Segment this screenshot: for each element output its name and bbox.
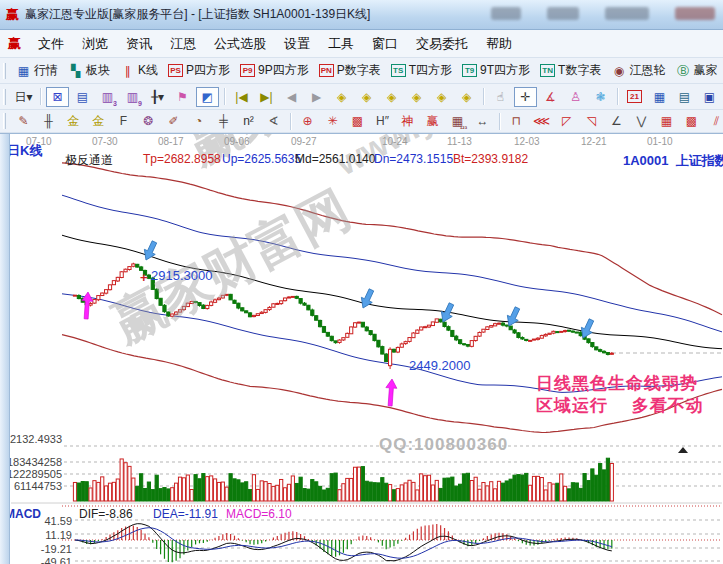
diamond-up-button[interactable]: ◈ (380, 87, 403, 107)
report-pad-button[interactable]: ▤ (673, 87, 696, 107)
p-number-table-button[interactable]: PNP数字表 (315, 61, 385, 81)
t-number-table-button[interactable]: TNT数字表 (536, 61, 605, 81)
zigzag-wave-button[interactable]: ⋁ (630, 111, 653, 131)
diamond-expand-button[interactable]: ◈ (430, 87, 453, 107)
circle-target-button[interactable]: ⊕ (296, 111, 319, 131)
menu-item-窗口[interactable]: 窗口 (363, 30, 407, 57)
9t-square-button[interactable]: T99T四方形 (458, 61, 534, 81)
step-back-button[interactable]: ◀ (280, 87, 303, 107)
span-arrows-button[interactable]: ↔ (471, 111, 494, 131)
menu-logo-icon: 赢 (8, 35, 21, 53)
ying-gann-button[interactable]: 赢 (421, 111, 444, 131)
ray-burst-button[interactable]: ✳ (321, 111, 344, 131)
yingjia-big-label: 赢家 (693, 62, 717, 79)
menu-item-资讯[interactable]: 资讯 (117, 30, 161, 57)
date-axis-label: 07-10 (26, 136, 52, 147)
golden-grid-button[interactable]: 金 (62, 111, 85, 131)
red-grid-button[interactable]: ▦ (655, 111, 678, 131)
h-ruler-button[interactable]: H″ (371, 111, 394, 131)
hand-tool-button[interactable]: ☝ (489, 87, 512, 107)
mirror-angle-button[interactable]: ∢ (262, 111, 285, 131)
kline-icon: ∥ (120, 63, 135, 78)
menu-item-公式选股[interactable]: 公式选股 (205, 30, 275, 57)
date-axis-label: 07-30 (92, 136, 118, 147)
titlebar-item-blurred[interactable] (605, 7, 649, 20)
menu-item-工具[interactable]: 工具 (319, 30, 363, 57)
kline-button[interactable]: ∥K线 (116, 61, 162, 81)
parallel-slash-button[interactable]: ⫽ (705, 111, 723, 131)
9p-square-button[interactable]: P99P四方形 (236, 61, 313, 81)
spider-web-button[interactable]: ▩ (346, 111, 369, 131)
quotes-button[interactable]: ▦行情 (12, 61, 62, 81)
calendar-button[interactable]: 21 (623, 87, 646, 107)
menu-item-文件[interactable]: 文件 (29, 30, 73, 57)
channel-box-button[interactable]: ⊠ (46, 87, 69, 107)
yingjia-big-button[interactable]: Ⓑ赢家 (671, 61, 721, 81)
macd-layer (75, 524, 612, 563)
crosshair-tool-button[interactable]: ✛ (514, 87, 537, 107)
mind-map-button[interactable]: ❃ (589, 87, 612, 107)
color-analysis-button[interactable]: ◩ (196, 87, 219, 107)
menu-item-交易委托[interactable]: 交易委托 (407, 30, 477, 57)
angle-rays-button[interactable]: ∠ (605, 111, 628, 131)
save-button[interactable]: ▣ (698, 87, 721, 107)
diamond-up-icon: ◈ (384, 89, 399, 104)
number-grid-icon: ▦¹²³ (450, 114, 465, 129)
titlebar-item-blurred[interactable] (547, 7, 579, 20)
period-day-selector-button[interactable]: 日▾ (12, 87, 35, 107)
jump-last-button[interactable]: ▶| (255, 87, 278, 107)
gann-spiral-button[interactable]: ❂ (137, 111, 160, 131)
notes-doc-button[interactable]: ▤ (71, 87, 94, 107)
diamond-compress-button[interactable]: ◈ (455, 87, 478, 107)
menu-item-设置[interactable]: 设置 (275, 30, 319, 57)
diamond-left-button[interactable]: ◈ (330, 87, 353, 107)
golden-box-button[interactable]: 金 (87, 111, 110, 131)
level-ruler-button[interactable]: ⊓ (505, 111, 528, 131)
shen-gann-button[interactable]: 神 (396, 111, 419, 131)
titlebar-item-blurred[interactable] (675, 7, 715, 20)
step-forward-button[interactable]: ▶ (305, 87, 328, 107)
gann-wheel-button[interactable]: ◉江恩轮 (607, 61, 669, 81)
fibonacci-grid-button[interactable]: F (112, 111, 135, 131)
price-fence-button[interactable]: ╫ (37, 111, 60, 131)
number-grid-button[interactable]: ▦¹²³ (446, 111, 469, 131)
fan-box-down-button[interactable]: ◹ (580, 111, 603, 131)
draw-pen-button[interactable]: ✎ (12, 111, 35, 131)
jump-first-icon: |◀ (234, 89, 249, 104)
bars-3-button[interactable]: ▥3 (96, 87, 119, 107)
titlebar-item-blurred[interactable] (491, 7, 521, 20)
menu-item-帮助[interactable]: 帮助 (477, 30, 521, 57)
app-window: 赢 赢家江恩专业版[赢家服务平台] - [上证指数 SH1A0001-139日K… (0, 0, 723, 564)
menu-item-浏览[interactable]: 浏览 (73, 30, 117, 57)
notes-doc-icon: ▤ (75, 89, 90, 104)
gann-fan-button[interactable]: ⋘ (530, 111, 553, 131)
shape-marker-button[interactable]: ♙ (564, 87, 587, 107)
trend-pen-button[interactable]: ✐ (162, 111, 185, 131)
angle-measure-button[interactable]: ∡ (539, 87, 562, 107)
qq-watermark: QQ:100800360 (379, 435, 508, 455)
gann-clock-button[interactable]: ◔ (187, 111, 210, 131)
dense-fence-button[interactable]: ╪ (212, 111, 235, 131)
period-day-selector-icon: 日▾ (16, 89, 31, 104)
p-square-button[interactable]: PSP四方形 (164, 61, 234, 81)
red-grid-diagonal-button[interactable]: ▩ (680, 111, 703, 131)
menu-item-江恩[interactable]: 江恩 (161, 30, 205, 57)
gann-figure-button[interactable]: ⚑ (171, 87, 194, 107)
t-square-button[interactable]: TST四方形 (387, 61, 456, 81)
chart-surface[interactable]: + 赢家财富网 www.yingjia360.com 赢家财富网 日K线 1A0… (0, 133, 723, 564)
kline-chart[interactable]: + (0, 134, 723, 564)
bars-9-button[interactable]: ▥9 (121, 87, 144, 107)
diamond-expand-icon: ◈ (434, 89, 449, 104)
kline-label: K线 (138, 62, 158, 79)
diamond-down-button[interactable]: ◈ (405, 87, 428, 107)
calculator-button[interactable]: ▦ (648, 87, 671, 107)
candle-type-selector-button[interactable]: ╂▾ (146, 87, 169, 107)
jump-first-button[interactable]: |◀ (230, 87, 253, 107)
fan-box-up-button[interactable]: ◸ (555, 111, 578, 131)
diamond-right-icon: ◈ (359, 89, 374, 104)
diamond-left-icon: ◈ (334, 89, 349, 104)
sectors-button[interactable]: ▚板块 (64, 61, 114, 81)
n-square-button[interactable]: n² (237, 111, 260, 131)
diamond-right-button[interactable]: ◈ (355, 87, 378, 107)
price-low-annotation: 2449.2000 (409, 358, 470, 373)
